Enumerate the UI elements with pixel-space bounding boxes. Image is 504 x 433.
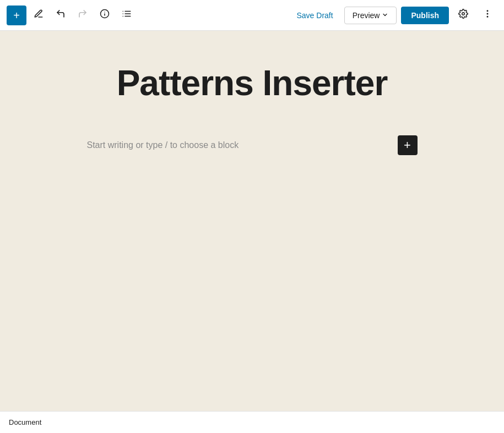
redo-icon <box>78 9 88 21</box>
list-icon <box>122 9 132 21</box>
info-button[interactable] <box>95 6 115 25</box>
info-icon <box>100 9 110 21</box>
post-title[interactable]: Patterns Inserter <box>54 64 451 102</box>
save-draft-button[interactable]: Save Draft <box>290 7 340 24</box>
list-view-button[interactable] <box>117 6 137 25</box>
undo-icon <box>56 9 66 21</box>
settings-button[interactable] <box>453 6 473 25</box>
editor-area: Patterns Inserter Start writing or type … <box>0 31 504 411</box>
svg-point-12 <box>487 17 488 18</box>
pen-icon <box>34 9 44 21</box>
preview-label: Preview <box>353 11 380 20</box>
publish-button[interactable]: Publish <box>401 7 449 24</box>
add-block-toolbar-button[interactable]: + <box>7 6 26 25</box>
settings-icon <box>458 9 468 21</box>
block-placeholder[interactable]: Start writing or type / to choose a bloc… <box>87 140 391 150</box>
toolbar: + <box>0 0 504 31</box>
plus-inline-icon: + <box>404 139 411 151</box>
plus-icon: + <box>13 10 20 21</box>
more-options-button[interactable] <box>478 6 497 25</box>
undo-button[interactable] <box>51 6 71 25</box>
bottom-bar: Document <box>0 411 504 433</box>
document-label: Document <box>9 418 41 426</box>
preview-button[interactable]: Preview <box>344 7 397 24</box>
svg-point-10 <box>487 10 488 12</box>
block-inserter-row: Start writing or type / to choose a bloc… <box>87 135 418 155</box>
more-options-icon <box>483 9 492 21</box>
add-block-inline-button[interactable]: + <box>398 135 418 155</box>
redo-button[interactable] <box>73 6 93 25</box>
pen-tool-button[interactable] <box>29 6 48 25</box>
svg-point-11 <box>487 13 488 14</box>
svg-point-9 <box>462 13 465 15</box>
chevron-down-icon <box>382 11 388 20</box>
toolbar-left: + <box>7 6 290 25</box>
toolbar-right: Save Draft Preview Publish <box>290 6 498 25</box>
